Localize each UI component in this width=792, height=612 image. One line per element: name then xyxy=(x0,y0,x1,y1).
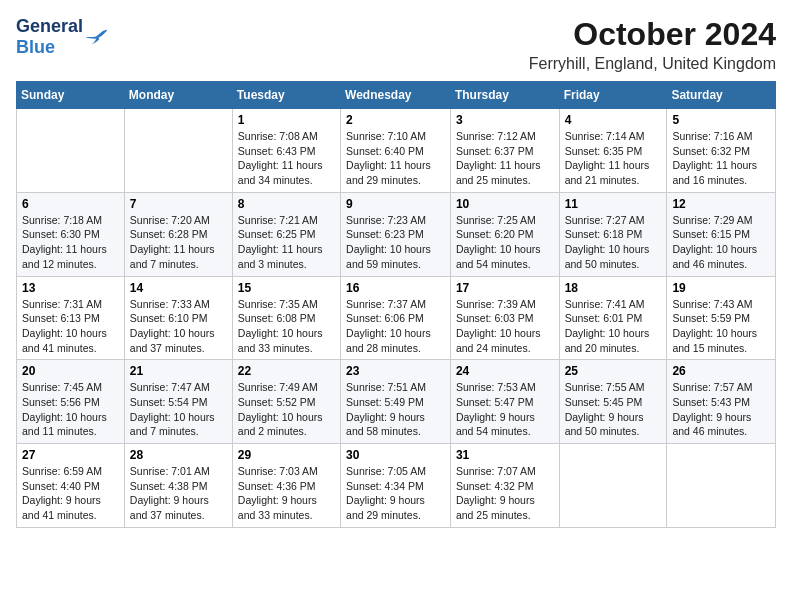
calendar-cell: 10Sunrise: 7:25 AM Sunset: 6:20 PM Dayli… xyxy=(450,192,559,276)
cell-content: Sunrise: 7:37 AM Sunset: 6:06 PM Dayligh… xyxy=(346,297,445,356)
calendar-cell xyxy=(667,444,776,528)
cell-content: Sunrise: 7:16 AM Sunset: 6:32 PM Dayligh… xyxy=(672,129,770,188)
weekday-header-cell: Thursday xyxy=(450,82,559,109)
calendar-cell: 28Sunrise: 7:01 AM Sunset: 4:38 PM Dayli… xyxy=(124,444,232,528)
cell-content: Sunrise: 7:07 AM Sunset: 4:32 PM Dayligh… xyxy=(456,464,554,523)
calendar-cell: 12Sunrise: 7:29 AM Sunset: 6:15 PM Dayli… xyxy=(667,192,776,276)
weekday-header-row: SundayMondayTuesdayWednesdayThursdayFrid… xyxy=(17,82,776,109)
calendar-body: 1Sunrise: 7:08 AM Sunset: 6:43 PM Daylig… xyxy=(17,109,776,528)
calendar-cell: 22Sunrise: 7:49 AM Sunset: 5:52 PM Dayli… xyxy=(232,360,340,444)
cell-content: Sunrise: 7:35 AM Sunset: 6:08 PM Dayligh… xyxy=(238,297,335,356)
cell-content: Sunrise: 7:08 AM Sunset: 6:43 PM Dayligh… xyxy=(238,129,335,188)
cell-content: Sunrise: 7:27 AM Sunset: 6:18 PM Dayligh… xyxy=(565,213,662,272)
calendar-cell: 20Sunrise: 7:45 AM Sunset: 5:56 PM Dayli… xyxy=(17,360,125,444)
calendar-cell: 2Sunrise: 7:10 AM Sunset: 6:40 PM Daylig… xyxy=(341,109,451,193)
calendar-cell: 16Sunrise: 7:37 AM Sunset: 6:06 PM Dayli… xyxy=(341,276,451,360)
cell-content: Sunrise: 7:23 AM Sunset: 6:23 PM Dayligh… xyxy=(346,213,445,272)
cell-content: Sunrise: 7:25 AM Sunset: 6:20 PM Dayligh… xyxy=(456,213,554,272)
calendar-cell: 18Sunrise: 7:41 AM Sunset: 6:01 PM Dayli… xyxy=(559,276,667,360)
calendar-cell: 14Sunrise: 7:33 AM Sunset: 6:10 PM Dayli… xyxy=(124,276,232,360)
calendar-table: SundayMondayTuesdayWednesdayThursdayFrid… xyxy=(16,81,776,528)
day-number: 7 xyxy=(130,197,227,211)
calendar-week-row: 20Sunrise: 7:45 AM Sunset: 5:56 PM Dayli… xyxy=(17,360,776,444)
calendar-cell: 13Sunrise: 7:31 AM Sunset: 6:13 PM Dayli… xyxy=(17,276,125,360)
day-number: 6 xyxy=(22,197,119,211)
day-number: 1 xyxy=(238,113,335,127)
logo-bird-icon xyxy=(85,27,109,47)
calendar-cell: 9Sunrise: 7:23 AM Sunset: 6:23 PM Daylig… xyxy=(341,192,451,276)
cell-content: Sunrise: 7:29 AM Sunset: 6:15 PM Dayligh… xyxy=(672,213,770,272)
cell-content: Sunrise: 7:45 AM Sunset: 5:56 PM Dayligh… xyxy=(22,380,119,439)
calendar-cell: 5Sunrise: 7:16 AM Sunset: 6:32 PM Daylig… xyxy=(667,109,776,193)
calendar-cell: 26Sunrise: 7:57 AM Sunset: 5:43 PM Dayli… xyxy=(667,360,776,444)
day-number: 24 xyxy=(456,364,554,378)
day-number: 14 xyxy=(130,281,227,295)
day-number: 25 xyxy=(565,364,662,378)
cell-content: Sunrise: 7:31 AM Sunset: 6:13 PM Dayligh… xyxy=(22,297,119,356)
calendar-cell: 24Sunrise: 7:53 AM Sunset: 5:47 PM Dayli… xyxy=(450,360,559,444)
calendar-cell: 25Sunrise: 7:55 AM Sunset: 5:45 PM Dayli… xyxy=(559,360,667,444)
day-number: 8 xyxy=(238,197,335,211)
cell-content: Sunrise: 7:55 AM Sunset: 5:45 PM Dayligh… xyxy=(565,380,662,439)
cell-content: Sunrise: 7:57 AM Sunset: 5:43 PM Dayligh… xyxy=(672,380,770,439)
calendar-cell: 21Sunrise: 7:47 AM Sunset: 5:54 PM Dayli… xyxy=(124,360,232,444)
day-number: 10 xyxy=(456,197,554,211)
day-number: 23 xyxy=(346,364,445,378)
day-number: 21 xyxy=(130,364,227,378)
calendar-cell: 19Sunrise: 7:43 AM Sunset: 5:59 PM Dayli… xyxy=(667,276,776,360)
calendar-cell: 3Sunrise: 7:12 AM Sunset: 6:37 PM Daylig… xyxy=(450,109,559,193)
calendar-cell: 4Sunrise: 7:14 AM Sunset: 6:35 PM Daylig… xyxy=(559,109,667,193)
cell-content: Sunrise: 7:51 AM Sunset: 5:49 PM Dayligh… xyxy=(346,380,445,439)
calendar-cell: 15Sunrise: 7:35 AM Sunset: 6:08 PM Dayli… xyxy=(232,276,340,360)
calendar-cell: 23Sunrise: 7:51 AM Sunset: 5:49 PM Dayli… xyxy=(341,360,451,444)
month-title: October 2024 xyxy=(529,16,776,53)
cell-content: Sunrise: 7:14 AM Sunset: 6:35 PM Dayligh… xyxy=(565,129,662,188)
calendar-cell: 8Sunrise: 7:21 AM Sunset: 6:25 PM Daylig… xyxy=(232,192,340,276)
title-block: October 2024 Ferryhill, England, United … xyxy=(529,16,776,73)
weekday-header-cell: Saturday xyxy=(667,82,776,109)
calendar-week-row: 6Sunrise: 7:18 AM Sunset: 6:30 PM Daylig… xyxy=(17,192,776,276)
day-number: 4 xyxy=(565,113,662,127)
calendar-cell xyxy=(17,109,125,193)
calendar-cell: 1Sunrise: 7:08 AM Sunset: 6:43 PM Daylig… xyxy=(232,109,340,193)
logo: General Blue xyxy=(16,16,109,58)
day-number: 9 xyxy=(346,197,445,211)
cell-content: Sunrise: 7:10 AM Sunset: 6:40 PM Dayligh… xyxy=(346,129,445,188)
calendar-cell: 11Sunrise: 7:27 AM Sunset: 6:18 PM Dayli… xyxy=(559,192,667,276)
cell-content: Sunrise: 7:43 AM Sunset: 5:59 PM Dayligh… xyxy=(672,297,770,356)
day-number: 19 xyxy=(672,281,770,295)
cell-content: Sunrise: 7:21 AM Sunset: 6:25 PM Dayligh… xyxy=(238,213,335,272)
day-number: 15 xyxy=(238,281,335,295)
calendar-week-row: 1Sunrise: 7:08 AM Sunset: 6:43 PM Daylig… xyxy=(17,109,776,193)
cell-content: Sunrise: 7:03 AM Sunset: 4:36 PM Dayligh… xyxy=(238,464,335,523)
cell-content: Sunrise: 7:01 AM Sunset: 4:38 PM Dayligh… xyxy=(130,464,227,523)
day-number: 29 xyxy=(238,448,335,462)
calendar-cell: 6Sunrise: 7:18 AM Sunset: 6:30 PM Daylig… xyxy=(17,192,125,276)
calendar-cell xyxy=(559,444,667,528)
day-number: 28 xyxy=(130,448,227,462)
calendar-cell xyxy=(124,109,232,193)
day-number: 27 xyxy=(22,448,119,462)
cell-content: Sunrise: 7:47 AM Sunset: 5:54 PM Dayligh… xyxy=(130,380,227,439)
cell-content: Sunrise: 7:20 AM Sunset: 6:28 PM Dayligh… xyxy=(130,213,227,272)
calendar-cell: 27Sunrise: 6:59 AM Sunset: 4:40 PM Dayli… xyxy=(17,444,125,528)
weekday-header-cell: Wednesday xyxy=(341,82,451,109)
day-number: 30 xyxy=(346,448,445,462)
cell-content: Sunrise: 7:05 AM Sunset: 4:34 PM Dayligh… xyxy=(346,464,445,523)
day-number: 18 xyxy=(565,281,662,295)
day-number: 3 xyxy=(456,113,554,127)
day-number: 31 xyxy=(456,448,554,462)
calendar-week-row: 27Sunrise: 6:59 AM Sunset: 4:40 PM Dayli… xyxy=(17,444,776,528)
logo-general-text: General xyxy=(16,16,83,36)
day-number: 2 xyxy=(346,113,445,127)
day-number: 26 xyxy=(672,364,770,378)
logo-blue-text: Blue xyxy=(16,37,55,57)
cell-content: Sunrise: 7:41 AM Sunset: 6:01 PM Dayligh… xyxy=(565,297,662,356)
cell-content: Sunrise: 6:59 AM Sunset: 4:40 PM Dayligh… xyxy=(22,464,119,523)
location: Ferryhill, England, United Kingdom xyxy=(529,55,776,73)
weekday-header-cell: Monday xyxy=(124,82,232,109)
calendar-cell: 30Sunrise: 7:05 AM Sunset: 4:34 PM Dayli… xyxy=(341,444,451,528)
day-number: 16 xyxy=(346,281,445,295)
calendar-cell: 29Sunrise: 7:03 AM Sunset: 4:36 PM Dayli… xyxy=(232,444,340,528)
day-number: 20 xyxy=(22,364,119,378)
